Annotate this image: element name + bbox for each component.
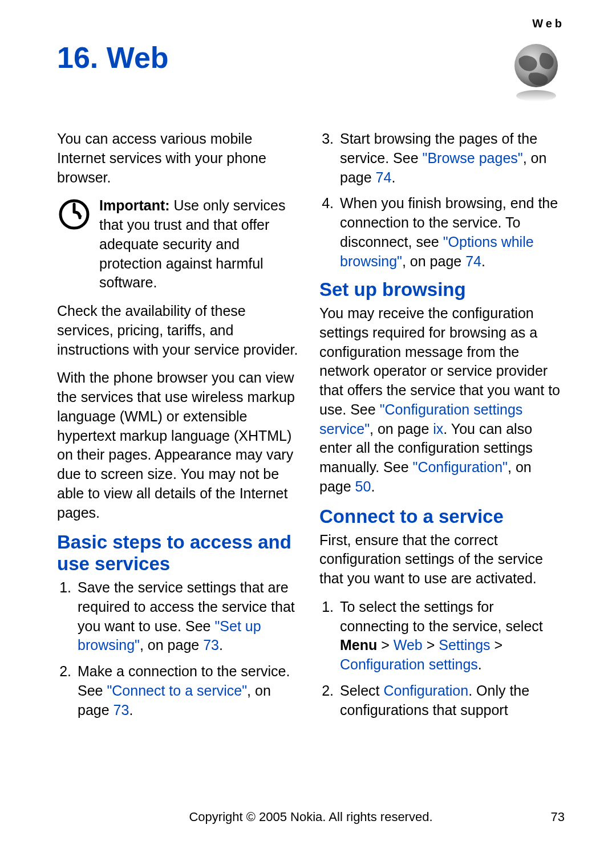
connect-steps-list: To select the settings for connecting to… [319, 598, 565, 720]
intro-paragraph-1: You can access various mobile Internet s… [57, 129, 302, 187]
body-text: . [391, 169, 395, 185]
body-text: To select the settings for connecting to… [340, 599, 543, 634]
menu-configuration: Configuration [383, 683, 468, 698]
running-head: Web [57, 17, 565, 30]
link-page-74[interactable]: 74 [465, 253, 481, 269]
menu-settings: Settings [439, 637, 490, 653]
list-item: Save the service settings that are requi… [75, 578, 302, 655]
section-basic-steps: Basic steps to access and use services [57, 531, 302, 575]
important-label: Important: [99, 197, 170, 213]
link-page-ix[interactable]: ix [433, 421, 443, 437]
list-item: Select Configuration. Only the configura… [338, 681, 565, 720]
text-columns: You can access various mobile Internet s… [57, 129, 565, 726]
link-browse-pages[interactable]: "Browse pages" [423, 150, 523, 166]
body-text: . [371, 478, 375, 494]
important-note: Important: Use only services that you tr… [57, 196, 302, 293]
connect-paragraph-1: First, ensure that the correct configura… [319, 531, 565, 588]
section-set-up-browsing: Set up browsing [319, 279, 565, 300]
manual-page: Web 16. Web [0, 0, 616, 853]
intro-paragraph-3: With the phone browser you can view the … [57, 368, 302, 522]
body-text: . [129, 702, 133, 718]
globe-icon [508, 42, 565, 107]
link-connect-to-a-service[interactable]: "Connect to a service" [107, 683, 247, 698]
intro-paragraph-2: Check the availability of these services… [57, 302, 302, 359]
body-text: > [377, 637, 394, 653]
section-connect-to-a-service: Connect to a service [319, 506, 565, 527]
body-text: Save the service settings that are requi… [78, 579, 295, 634]
copyright-text: Copyright © 2005 Nokia. All rights reser… [57, 810, 565, 824]
page-footer: Copyright © 2005 Nokia. All rights reser… [57, 810, 565, 824]
svg-point-0 [516, 90, 556, 101]
list-item: Make a connection to the service. See "C… [75, 662, 302, 720]
link-page-74[interactable]: 74 [376, 169, 392, 185]
body-text: . [219, 637, 223, 653]
body-text: . [478, 656, 482, 672]
setup-paragraph: You may receive the configuration settin… [319, 304, 565, 497]
basic-steps-list: Save the service settings that are requi… [57, 578, 302, 720]
link-page-73[interactable]: 73 [114, 702, 129, 718]
header-row: 16. Web [57, 42, 565, 107]
right-column: Start browsing the pages of the service.… [319, 129, 565, 726]
body-text: . [481, 253, 485, 269]
important-text: Important: Use only services that you tr… [99, 196, 302, 293]
link-page-73[interactable]: 73 [203, 637, 219, 653]
body-text: , on page [402, 253, 465, 269]
menu-configuration-settings: Configuration settings [340, 656, 478, 672]
page-number: 73 [551, 810, 565, 824]
left-column: You can access various mobile Internet s… [57, 129, 302, 726]
list-item: Start browsing the pages of the service.… [338, 129, 565, 187]
important-icon [57, 196, 91, 293]
link-page-50[interactable]: 50 [355, 478, 371, 494]
body-text: > [423, 637, 439, 653]
link-configuration[interactable]: "Configuration" [413, 459, 508, 475]
list-item: To select the settings for connecting to… [338, 598, 565, 675]
basic-steps-list-cont: Start browsing the pages of the service.… [319, 129, 565, 271]
body-text: > [491, 637, 503, 653]
body-text: Select [340, 683, 383, 698]
chapter-title: 16. Web [57, 42, 169, 74]
body-text: , on page [370, 421, 433, 437]
body-text: , on page [140, 637, 203, 653]
list-item: When you finish browsing, end the connec… [338, 194, 565, 271]
menu-web: Web [394, 637, 423, 653]
body-text: You may receive the configuration settin… [319, 305, 560, 417]
menu-label: Menu [340, 637, 377, 653]
